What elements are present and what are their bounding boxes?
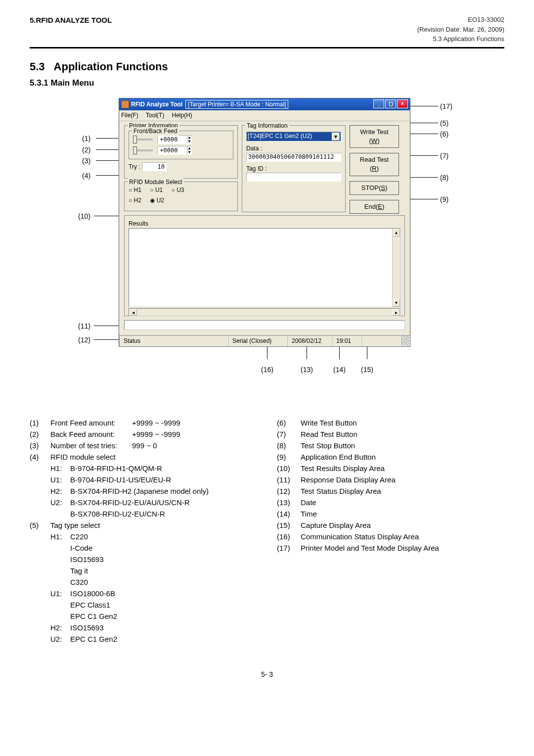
status-capture-cell xyxy=(361,335,401,346)
tagid-label: Tag ID : xyxy=(246,165,341,173)
header-right: EO13-33002 (Revision Date: Mar. 26, 2009… xyxy=(417,15,504,44)
list-item: (12)Test Status Display Area xyxy=(277,486,504,496)
status-serial-cell: Serial (Closed) xyxy=(228,335,287,346)
results-vscroll[interactable]: ▴ ▾ xyxy=(392,229,400,307)
tag-information-group: Tag Information [T24]EPC C1 Gen2 (U2) ▾ … xyxy=(242,125,346,212)
list-item: H1:B-9704-RFID-H1-QM/QM-R xyxy=(50,463,257,473)
feed-group: Front/Back Feed +0000 ▲▼ xyxy=(129,131,233,159)
list-item: Tag it xyxy=(70,566,257,576)
dropdown-arrow-icon: ▾ xyxy=(332,133,340,141)
tagid-input[interactable] xyxy=(246,173,341,182)
section-number: 5.3 xyxy=(30,59,45,75)
back-feed-slider[interactable] xyxy=(133,149,153,151)
close-button[interactable]: × xyxy=(397,99,408,108)
list-item: (11)Response Data Display Area xyxy=(277,474,504,485)
list-item: (1)Front Feed amount:+9999 ~ -9999 xyxy=(30,418,257,428)
tag-type-dropdown[interactable]: [T24]EPC C1 Gen2 (U2) ▾ xyxy=(246,132,341,142)
callout-8: (8) xyxy=(440,173,448,183)
list-item: H2:ISO15693 xyxy=(50,622,257,633)
subsection-heading: 5.3.1 Main Menu xyxy=(30,77,504,89)
menu-help[interactable]: Help(H) xyxy=(172,112,192,119)
list-item: (13)Date xyxy=(277,497,504,508)
list-item: ISO15693 xyxy=(70,554,257,565)
callout-4: (4) xyxy=(82,171,90,181)
front-feed-input[interactable]: +0000 ▲▼ xyxy=(157,135,192,144)
radio-u1[interactable]: ○ U1 xyxy=(150,187,163,193)
callout-1: (1) xyxy=(82,134,90,144)
tag-info-legend: Tag Information xyxy=(245,122,289,130)
list-item: H1:C220 xyxy=(50,531,257,542)
radio-h1[interactable]: ○ H1 xyxy=(129,187,141,193)
list-item: (2)Back Feed amount:+9999 ~ -9999 xyxy=(30,429,257,439)
list-item: U1:ISO18000-6B xyxy=(50,588,257,599)
doc-code: EO13-33002 xyxy=(417,15,504,25)
radio-h2[interactable]: ○ H2 xyxy=(129,197,141,204)
results-display[interactable]: ▴ ▾ xyxy=(129,228,400,307)
page-number: 5- 3 xyxy=(30,670,504,680)
maximize-button[interactable]: ▢ xyxy=(385,99,396,108)
response-display[interactable] xyxy=(124,320,405,330)
try-label: Try : xyxy=(129,163,140,170)
results-legend: Results xyxy=(129,220,400,228)
list-item: (3)Number of test tries:999 ~ 0 xyxy=(30,440,257,451)
rfid-module-select-group: RFID Module Select ○ H1 ○ U1 ○ U3 ○ H2 ◉… xyxy=(124,182,238,211)
callout-13: (13) xyxy=(301,365,313,375)
list-item: (16)Communication Status Display Area xyxy=(277,531,504,542)
list-item: B-SX708-RFID-U2-EU/CN-R xyxy=(50,509,257,519)
page-header: 5.RFID ANALYZE TOOL EO13-33002 (Revision… xyxy=(30,15,504,44)
status-time-cell: 19:01 xyxy=(332,335,361,346)
results-hscroll[interactable]: ◂▸ xyxy=(129,308,400,316)
minimize-button[interactable]: _ xyxy=(373,99,384,108)
resize-grip-icon[interactable] xyxy=(401,335,410,346)
read-test-button[interactable]: Read Test(R) xyxy=(350,153,399,176)
status-date-cell: 2008/02/12 xyxy=(287,335,332,346)
header-rule xyxy=(30,47,504,48)
legend-right-col: (6)Write Test Button (7)Read Test Button… xyxy=(277,418,504,645)
list-item: (5)Tag type select xyxy=(30,520,257,530)
front-feed-slider[interactable] xyxy=(133,139,153,141)
list-item: H2:B-SX704-RFID-H2 (Japanese model only) xyxy=(50,486,257,496)
callout-16: (16) xyxy=(261,365,273,375)
list-item: EPC C1 Gen2 xyxy=(70,611,257,621)
doc-subsection-ref: 5.3 Application Functions xyxy=(417,34,504,44)
legend-columns: (1)Front Feed amount:+9999 ~ -9999 (2)Ba… xyxy=(30,418,504,645)
list-item: EPC Class1 xyxy=(70,600,257,610)
try-input[interactable]: 10 xyxy=(142,162,167,171)
doc-revision: (Revision Date: Mar. 26, 2009) xyxy=(417,25,504,35)
callout-10: (10) xyxy=(78,212,90,222)
list-item: (7)Read Test Button xyxy=(277,429,504,439)
section-title: Application Functions xyxy=(54,59,168,75)
callout-12: (12) xyxy=(78,335,90,345)
radio-u2[interactable]: ◉ U2 xyxy=(150,197,164,204)
list-item: (14)Time xyxy=(277,509,504,519)
list-item: U1:B-9704-RFID-U1-US/EU/EU-R xyxy=(50,474,257,485)
callout-14: (14) xyxy=(333,365,346,375)
end-button[interactable]: End(E) xyxy=(350,200,399,214)
radio-u3[interactable]: ○ U3 xyxy=(172,187,184,193)
list-item: I-Code xyxy=(70,543,257,553)
menu-file[interactable]: File(F) xyxy=(121,112,138,119)
stop-button[interactable]: STOP(S) xyxy=(350,181,399,195)
data-input[interactable]: 300003040506070809101112 xyxy=(246,153,341,162)
callout-17: (17) xyxy=(440,102,452,112)
write-test-button[interactable]: Write Test(W) xyxy=(350,125,399,148)
figure-wrap: (1) (2) (3) (4) (10) (11) (12) (17) (5) … xyxy=(54,98,480,405)
app-window: RFID Analyze Tool [Target Printer= B-SA … xyxy=(119,98,410,347)
data-label: Data : xyxy=(246,144,341,153)
list-item: (4)RFID module select xyxy=(30,452,257,462)
header-left: 5.RFID ANALYZE TOOL xyxy=(30,15,112,25)
list-item: (9)Application End Button xyxy=(277,452,504,462)
callout-11: (11) xyxy=(78,322,90,331)
back-feed-input[interactable]: +0000 ▲▼ xyxy=(157,146,192,155)
app-title: RFID Analyze Tool xyxy=(131,100,182,109)
list-item: (15)Capture Display Area xyxy=(277,520,504,530)
statusbar: Status Serial (Closed) 2008/02/12 19:01 xyxy=(119,335,410,346)
results-group: Results ▴ ▾ ◂▸ xyxy=(124,215,405,316)
title-mode-box: [Target Printer= B-SA Mode : Normal] xyxy=(185,100,288,109)
callout-3: (3) xyxy=(82,156,90,166)
list-item: (8)Test Stop Button xyxy=(277,440,504,451)
titlebar[interactable]: RFID Analyze Tool [Target Printer= B-SA … xyxy=(119,98,410,110)
list-item: (6)Write Test Button xyxy=(277,418,504,428)
callout-7: (7) xyxy=(440,151,448,161)
menu-tool[interactable]: Tool(T) xyxy=(146,112,164,119)
